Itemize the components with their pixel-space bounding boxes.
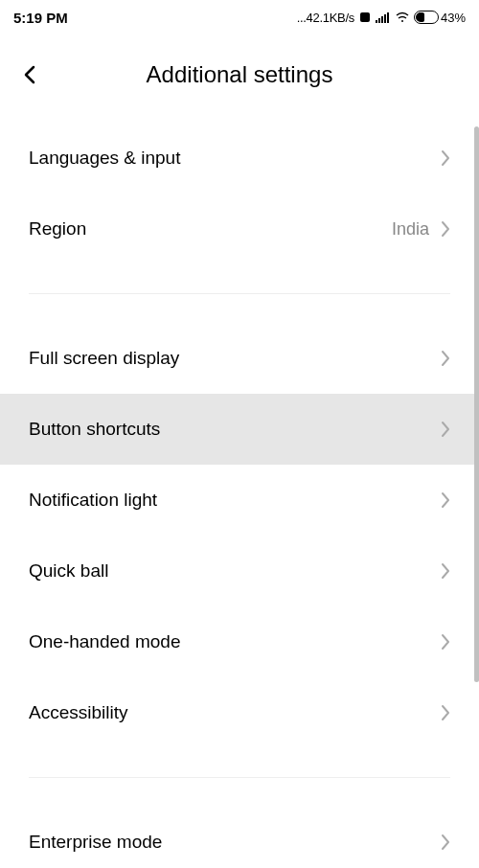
chevron-right-icon [441,149,450,167]
item-label: Accessibility [29,702,127,723]
chevron-right-icon [441,220,450,238]
svg-rect-5 [387,12,389,23]
divider [29,777,450,778]
item-full-screen-display[interactable]: Full screen display [0,323,479,394]
scrollbar[interactable] [474,126,479,682]
chevron-right-icon [441,491,450,509]
item-enterprise-mode[interactable]: Enterprise mode [0,807,479,868]
settings-list: Languages & input Region India Full scre… [0,123,479,868]
chevron-right-icon [441,421,450,438]
chevron-left-icon [21,65,40,84]
item-label: One-handed mode [29,631,180,652]
battery-percent: 43% [441,11,466,25]
battery-indicator: 43% [414,11,466,25]
page-title: Additional settings [147,61,333,88]
status-time: 5:19 PM [13,10,68,26]
signal-icon [376,11,391,23]
divider [29,293,450,294]
item-quick-ball[interactable]: Quick ball [0,536,479,606]
item-button-shortcuts[interactable]: Button shortcuts [0,394,479,465]
item-label: Full screen display [29,348,179,369]
chevron-right-icon [441,834,450,851]
header: Additional settings [0,34,479,123]
chevron-right-icon [441,350,450,367]
item-region[interactable]: Region India [0,194,479,264]
item-value: India [392,219,429,240]
sim-icon [358,11,372,24]
item-label: Enterprise mode [29,832,162,853]
item-label: Region [29,218,86,240]
svg-rect-4 [384,14,386,23]
wifi-icon [395,11,410,23]
item-label: Quick ball [29,560,108,582]
chevron-right-icon [441,704,450,721]
svg-rect-3 [381,16,383,23]
svg-rect-0 [360,12,370,22]
item-notification-light[interactable]: Notification light [0,465,479,536]
status-right: ...42.1KB/s 43% [297,11,466,25]
chevron-right-icon [441,633,450,651]
item-accessibility[interactable]: Accessibility [0,677,479,748]
svg-rect-1 [376,20,377,23]
item-languages-input[interactable]: Languages & input [0,123,479,194]
item-label: Notification light [29,490,157,511]
item-label: Button shortcuts [29,419,160,440]
chevron-right-icon [441,562,450,580]
battery-icon [414,11,439,24]
status-bar: 5:19 PM ...42.1KB/s 43 [0,0,479,34]
item-label: Languages & input [29,148,180,169]
svg-rect-2 [378,18,380,23]
item-one-handed-mode[interactable]: One-handed mode [0,606,479,677]
status-network-speed: ...42.1KB/s [297,11,354,25]
back-button[interactable] [11,56,50,94]
